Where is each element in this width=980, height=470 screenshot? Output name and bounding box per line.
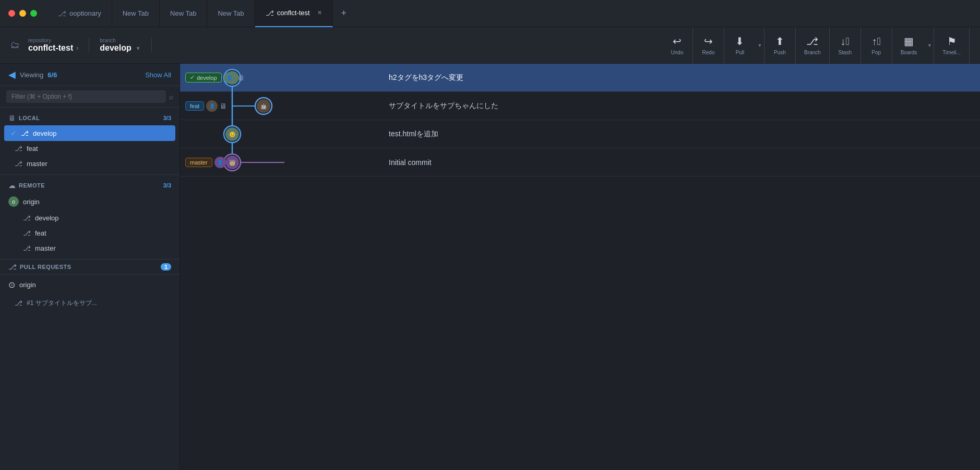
branch-label: Branch [804,50,821,55]
branch-section[interactable]: branch develop ▼ [89,38,151,53]
undo-button[interactable]: ↩ Undo [662,27,693,64]
new-tab-button[interactable]: + [333,8,355,19]
current-branch-name: develop [100,43,131,53]
repo-chevron-icon: › [76,44,78,52]
commit-row-0[interactable]: 😊 ✔ develop 👤 🖥 h2タグをh3タグへ変更 [180,64,980,92]
traffic-lights [8,10,37,17]
remote-origin-item[interactable]: o origin [0,193,180,210]
timeline-button[interactable]: ⚑ Timeli... [934,27,970,64]
commit-info-2: test.htmlを追加 [378,130,980,139]
branch-dropdown-icon[interactable]: ▼ [136,45,141,51]
feat-tag-label: feat [190,103,199,109]
pull-dropdown-arrow[interactable]: ▼ [756,27,764,64]
tab-conflct-test[interactable]: ⎇ conflct-test ✕ [255,0,333,27]
pull-requests-section: ⎇ PULL REQUESTS 1 ⊙ origin ⎇ #1 サブタイトルをサ… [0,259,180,311]
branch-name-feat: feat [27,145,38,152]
viewing-label: Viewing [20,71,43,79]
commit-row-1[interactable]: 🤖 feat 👤 🖥 サブタイトルをサブちゃんにした [180,92,980,120]
commit-row-2[interactable]: 😊 test.htmlを追加 [180,120,980,148]
remote-master-name: master [35,244,56,252]
develop-tag: ✔ develop [185,73,222,83]
pr-section-header[interactable]: ⎇ PULL REQUESTS 1 [0,260,180,274]
pull-button[interactable]: ⬇ Pull [724,27,756,64]
branch-icon-remote-master: ⎇ [23,244,31,252]
commit-area: 😊 ✔ develop 👤 🖥 h2タグをh3タグへ変更 [180,64,980,470]
remote-section-title: REMOTE [19,182,45,189]
branch-item-feat[interactable]: ⎇ feat [0,141,180,156]
avatar-master: 👤 [214,157,226,168]
remote-feat-name: feat [35,229,46,237]
pull-button-group: ⬇ Pull ▼ [724,27,764,64]
pull-label: Pull [736,50,745,55]
avatar-feat: 👤 [206,100,218,112]
monitor-icon: 🖥 [8,114,16,122]
folder-icon: 🗂 [10,40,20,51]
tab-label: New Tab [170,9,196,17]
remote-section-header[interactable]: ☁ REMOTE 3/3 [0,178,180,193]
toolbar: 🗂 repository conflct-test › branch devel… [0,27,980,64]
tab-new-2[interactable]: New Tab [160,0,207,27]
monitor-icon-feat: 🖥 [220,102,227,110]
monitor-icon-develop: 🖥 [237,74,245,82]
svg-text:😊: 😊 [229,131,236,138]
remote-count: 3/3 [163,182,171,189]
pop-label: Pop [871,50,881,55]
pr-origin-name: origin [19,281,36,289]
branch-tags-row3: master 👤 🖥 [185,157,235,168]
redo-icon: ↪ [704,35,713,48]
filter-bar: ⌕ [0,86,180,108]
boards-button[interactable]: ▦ Boards [892,27,926,64]
pr-item-1[interactable]: ⎇ #1 サブタイトルをサブ... [0,295,180,311]
remote-master-branch[interactable]: ⎇ master [0,241,180,256]
graph-svg-2: 😊 [180,120,378,148]
back-button[interactable]: ◀ [8,69,16,80]
tab-new-1[interactable]: New Tab [112,0,160,27]
show-all-button[interactable]: Show All [145,71,171,79]
graph-area-3: 👑 master 👤 🖥 [180,148,378,177]
branch-name-develop: develop [33,130,57,137]
branch-icon-master: ⎇ [15,160,22,168]
boards-dropdown-arrow[interactable]: ▼ [925,27,934,64]
close-button[interactable] [8,10,15,17]
branch-item-develop-active[interactable]: ✔ ⎇ develop [4,125,175,141]
pull-icon: ⬇ [735,35,744,48]
branch-tags-row0: ✔ develop 👤 🖥 [185,72,245,84]
pop-button[interactable]: ↑⃣ Pop [861,27,892,64]
local-section-title: LOCAL [19,115,40,121]
commit-info-0: h2タグをh3タグへ変更 [378,73,980,83]
local-section-header[interactable]: 🖥 LOCAL 3/3 [0,111,180,125]
branch-icon-active: ⎇ [266,9,274,17]
pr-item-name: #1 サブタイトルをサブ... [27,299,97,308]
graph-area-0: 😊 ✔ develop 👤 🖥 [180,64,378,92]
tab-close-icon[interactable]: ✕ [317,9,322,16]
sidebar-header-left: ◀ Viewing 6/6 [8,69,57,80]
remote-section: ☁ REMOTE 3/3 o origin ⎇ develop ⎇ feat ⎇… [0,174,180,259]
svg-text:🤖: 🤖 [260,103,267,110]
branch-icon-feat: ⎇ [15,145,22,152]
search-icon: ⌕ [169,92,173,101]
tab-new-3[interactable]: New Tab [207,0,255,27]
pr-origin-item[interactable]: ⊙ origin [0,274,180,295]
github-icon: ⊙ [8,280,15,290]
branch-item-master[interactable]: ⎇ master [0,156,180,171]
repo-info: repository conflct-test › [28,38,78,53]
stash-button[interactable]: ↓⃣ Stash [830,27,861,64]
checkmark-icon: ✔ [190,74,195,81]
tab-ooptionary[interactable]: ⎇ ooptionary [47,0,112,27]
redo-button[interactable]: ↪ Redo [693,27,724,64]
commit-row-3[interactable]: 👑 master 👤 🖥 Initial commit [180,148,980,177]
minimize-button[interactable] [19,10,26,17]
redo-label: Redo [702,50,715,55]
filter-input[interactable] [6,90,166,103]
main-content: ◀ Viewing 6/6 Show All ⌕ 🖥 LOCAL 3/3 ✔ ⎇ [0,64,980,470]
branch-icon-develop: ⎇ [21,130,29,137]
boards-icon: ▦ [904,35,914,48]
push-button[interactable]: ⬆ Push [764,27,796,64]
titlebar: ⎇ ooptionary New Tab New Tab New Tab ⎇ c… [0,0,980,27]
remote-develop-branch[interactable]: ⎇ develop [0,210,180,226]
remote-feat-branch[interactable]: ⎇ feat [0,226,180,241]
commit-graph-container: 😊 ✔ develop 👤 🖥 h2タグをh3タグへ変更 [180,64,980,177]
branch-button[interactable]: ⎇ Branch [796,27,830,64]
maximize-button[interactable] [30,10,37,17]
tab-label: New Tab [123,9,149,17]
